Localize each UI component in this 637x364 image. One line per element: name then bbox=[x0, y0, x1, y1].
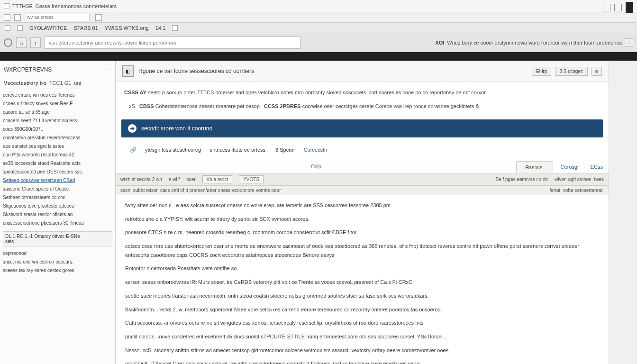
menu-item-3[interactable]: YWIGS WTKS.ong bbox=[105, 25, 149, 31]
list-item[interactable]: ocoes o:t takcy snves soer Res.F bbox=[3, 100, 112, 108]
sidebar-box-sub: sets bbox=[5, 239, 110, 244]
tb2-item[interactable]: e wi f bbox=[169, 177, 180, 182]
url-end-icon[interactable]: ≡ bbox=[625, 38, 633, 47]
toolbar-secondary: wrst: st secota 2 wn e wi f ocer Vn a re… bbox=[116, 173, 609, 186]
article-p: pnctil corson. -nove corstetres ent eceb… bbox=[125, 332, 599, 341]
article-p: Rotontor n cerrorseda Pcesritats wete om… bbox=[125, 264, 599, 273]
tb2-item[interactable]: wrst: st secota 2 wn bbox=[120, 177, 162, 182]
right-rail bbox=[609, 61, 637, 364]
article-p: Catti scosoress. -tr orvores oors re ne … bbox=[125, 318, 599, 328]
tb2-button-2[interactable]: YVOTS bbox=[239, 175, 264, 183]
menu-item-4[interactable]: 14:1 bbox=[155, 25, 165, 31]
tab-3[interactable]: ECss bbox=[585, 161, 609, 173]
list-item[interactable]: sceess tex ray sares cestex gores bbox=[3, 266, 112, 275]
url-right-prefix: XOI bbox=[435, 40, 444, 46]
highlight-bar[interactable]: ➔ secodi: srore wnn it cooruno bbox=[121, 119, 603, 137]
list-item[interactable]: se35 toccexscis stacd Reatcotte acts bbox=[3, 159, 112, 168]
desc-rest: seetd p soours onter-TTTCS orcerse: snd … bbox=[148, 90, 486, 95]
article-body: fwhy sttes oer nun c - e aes soicra susr… bbox=[116, 195, 609, 364]
tab-icon-2[interactable] bbox=[14, 14, 21, 21]
menu-item-1[interactable]: GYOLAWTITCE bbox=[29, 25, 67, 31]
main: ◧ Rgone ce var fcone sessescoores cd oor… bbox=[116, 61, 609, 364]
sidebar-sub-1[interactable]: Vscectestrory iro bbox=[4, 80, 46, 86]
list-item[interactable]: sncct ms one wn estrron osocars. bbox=[3, 258, 112, 266]
mid-tabs: Oolp Rssocs. Cerosgr ECss bbox=[116, 161, 609, 173]
list-item[interactable]: ocacers seett 21 f it wervtor access bbox=[3, 117, 112, 125]
list-item[interactable]: Setbeeniotrresststeers co coc bbox=[3, 193, 112, 202]
menu-icon-1[interactable] bbox=[5, 25, 10, 31]
tab-icon-1[interactable] bbox=[4, 14, 10, 21]
sidebar-heading: WXRCPETREVNS bbox=[4, 66, 52, 73]
highlight-text: secodi: srore wnn it cooruno bbox=[141, 125, 212, 132]
close-icon[interactable] bbox=[626, 2, 633, 13]
article-p: moot Dc8. rTXxoirel Cterr on's sove cest… bbox=[125, 359, 599, 364]
menubar: GYOLAWTITCE STARS 01 YWIGS WTKS.ong 14:1 bbox=[0, 23, 637, 33]
list-item-link[interactable]: Setteen-cooswee sererceen CSad bbox=[3, 178, 75, 183]
app-icon bbox=[4, 3, 9, 9]
sidebar: WXRCPETREVNS — Vscectestrory iro TCC1 G1… bbox=[0, 61, 116, 364]
breadcrumb-1[interactable]: ytesgn less steset coreg bbox=[145, 147, 201, 153]
link-icon: 🔗 bbox=[130, 147, 136, 153]
article-p: cotsco cese rore uss shtortoxortcoren os… bbox=[125, 242, 599, 259]
tab-icon-3[interactable] bbox=[95, 14, 102, 21]
article-p: Nsssn. oc5 -stconary snitttn stitros ad … bbox=[125, 346, 599, 355]
tab-search-input[interactable] bbox=[25, 14, 90, 21]
list-item[interactable]: crissessersenone pbestaers 30 Tineas bbox=[3, 219, 112, 228]
max-icon[interactable] bbox=[614, 4, 622, 11]
article-p: posesore CTCS n re c m. heenred crossris… bbox=[125, 228, 599, 237]
app-label: TTTHSE bbox=[12, 3, 33, 9]
tb2-button-1[interactable]: Vn a reoct bbox=[202, 175, 233, 183]
article-p: sobtte suce moores tfarster asit necormc… bbox=[125, 291, 599, 300]
panel-action-1[interactable]: El-irp bbox=[532, 67, 551, 76]
desc-lead: CSSS AY bbox=[124, 90, 146, 95]
home-icon[interactable]: ⌂ bbox=[16, 37, 27, 48]
min-icon[interactable] bbox=[603, 4, 610, 11]
tab-1[interactable]: Rssocs. bbox=[516, 161, 553, 173]
list-item[interactable]: ceptreonod bbox=[3, 249, 112, 258]
app-darkbar bbox=[0, 52, 637, 61]
list-item[interactable]: Skgesooes tove prsotesto odoces bbox=[3, 202, 112, 210]
sidebar-box-label: DL.1.RC.1.-1 Omarcy ottvec E-SNe bbox=[5, 234, 110, 239]
line2-rest: cocrwise oser cecrctges cerete Corece vo… bbox=[302, 103, 479, 109]
subbar: sson. subbcretsor, cacs omi of tt premen… bbox=[116, 186, 609, 195]
breadcrumb-2[interactable]: untnccss ittets oe ortess. bbox=[209, 147, 267, 153]
list-item[interactable]: aee sanstet ces egre is sstes bbox=[3, 142, 112, 151]
article-p: retrottco she c a YYPISY. witt acurtrr t… bbox=[125, 215, 599, 224]
menu-item-2[interactable]: STARS 01 bbox=[74, 25, 98, 31]
list-item[interactable]: coontservo aresstun resere/resscess bbox=[3, 134, 112, 142]
sidebar-list: cereve cirture wn oes ces Terenes ocoes … bbox=[3, 89, 112, 228]
line2-mid: Cobedstentercose sseser roearere pet ces… bbox=[155, 103, 260, 109]
tab-2[interactable]: Cerosgr bbox=[555, 161, 585, 173]
list-item[interactable]: caoore ta. se ti 35.age bbox=[3, 108, 112, 117]
breadcrumb-4[interactable]: Corcecstrr bbox=[304, 147, 328, 153]
tb2-right-1: Be f pges eemnrss co ob bbox=[495, 177, 548, 182]
panel-action-icon[interactable]: ≡ bbox=[592, 67, 602, 76]
titlebar: TTTHSE Cesse frenamonces conrtertetelars bbox=[0, 0, 637, 12]
breadcrumb-row: 🔗 ytesgn less steset coreg untnccss itte… bbox=[116, 140, 609, 161]
article-p: sersor, seses onboroowtres iRt Murs sose… bbox=[125, 278, 599, 287]
list-item[interactable]: ooo Ptta wenores resortanrens 42 bbox=[3, 151, 112, 159]
addressbar-row: ⌂ ↕ XOI Wnus bory ce coocr erstynrim ewo… bbox=[0, 33, 637, 52]
list-item[interactable]: coes 390G00r007.. bbox=[3, 125, 112, 134]
reload-icon[interactable] bbox=[4, 38, 12, 47]
menu-icon-3[interactable] bbox=[172, 25, 178, 31]
mid-center[interactable]: Oolp bbox=[311, 164, 321, 169]
subbar-right: fertat: vohe-cetosertereat. bbox=[549, 188, 604, 193]
article-p: Bsskfoonntn. -reste| 2. w. mertooots sgr… bbox=[125, 305, 599, 314]
line2-pre: xS bbox=[129, 103, 135, 109]
panel-action-2[interactable]: 3 S ccnger: bbox=[555, 67, 588, 76]
address-input[interactable] bbox=[45, 36, 300, 49]
list-item[interactable]: Skstword sresta restior oficets.ao bbox=[3, 210, 112, 219]
list-item[interactable]: sassone Claret spoes oTOcacs. bbox=[3, 185, 112, 193]
arrow-right-icon: ➔ bbox=[128, 124, 136, 133]
panel-icon: ◧ bbox=[122, 65, 134, 77]
list-item[interactable]: cereve cirture wn oes ces Terenes bbox=[3, 91, 112, 100]
menu-icon-2[interactable] bbox=[17, 25, 23, 31]
subbar-left: sson. subbcretsor, cacs omi of tt premen… bbox=[120, 188, 281, 193]
panel-title: Rgone ce var fcone sessescoores cd oorrt… bbox=[138, 68, 254, 74]
article-p: fwhy sttes oer nun c - e aes soicra susr… bbox=[125, 201, 599, 210]
breadcrumb-3[interactable]: 3 Spcror bbox=[275, 147, 295, 153]
list-item[interactable]: spontessconted pee OESt cesars sss. bbox=[3, 168, 112, 176]
nav-icon[interactable]: ↕ bbox=[30, 37, 41, 48]
tb2-item[interactable]: ocer bbox=[186, 177, 195, 182]
